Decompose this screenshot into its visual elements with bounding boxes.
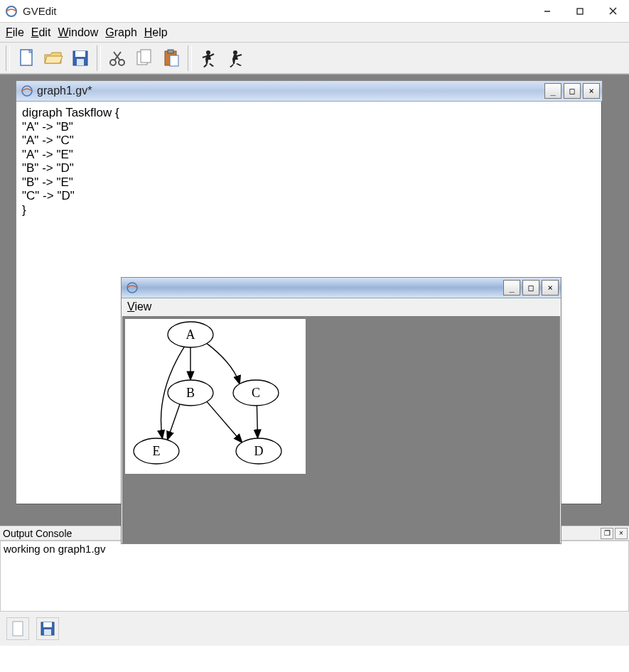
menu-graph[interactable]: Graph (105, 26, 136, 39)
svg-point-24 (127, 283, 137, 293)
open-file-button[interactable] (41, 45, 66, 71)
run-button[interactable] (195, 45, 221, 71)
console-line: working on graph1.gv (4, 543, 625, 555)
editor-title: graph1.gv* (37, 85, 544, 97)
app-icon (4, 4, 18, 18)
svg-rect-35 (13, 622, 23, 636)
mdi-workspace: graph1.gv* _ □ × digraph Taskflow { "A" … (0, 74, 629, 526)
console-output: working on graph1.gv (0, 541, 629, 612)
bottom-toolbar (0, 612, 629, 646)
preview-maximize-button[interactable]: □ (522, 280, 539, 296)
preview-menu-view[interactable]: View (127, 300, 151, 313)
preview-titlebar[interactable]: _ □ × (122, 278, 561, 298)
svg-rect-38 (44, 629, 51, 635)
svg-rect-17 (170, 55, 178, 66)
svg-text:C: C (252, 386, 260, 400)
editor-titlebar[interactable]: graph1.gv* _ □ × (16, 81, 602, 102)
preview-window: _ □ × View ABCED (121, 277, 561, 544)
new-file-button[interactable] (14, 45, 39, 71)
menu-help[interactable]: Help (144, 26, 168, 39)
minimize-button[interactable] (531, 0, 564, 23)
svg-line-19 (210, 54, 214, 56)
svg-point-18 (206, 50, 210, 55)
editor-close-button[interactable]: × (583, 83, 600, 99)
preview-close-button[interactable]: × (542, 280, 559, 296)
svg-text:E: E (153, 444, 161, 458)
editor-textarea[interactable]: digraph Taskflow { "A" -> "B" "A" -> "C"… (16, 102, 602, 221)
svg-text:B: B (186, 386, 195, 400)
preview-minimize-button[interactable]: _ (503, 280, 520, 296)
svg-rect-7 (75, 51, 85, 57)
copy-button[interactable] (131, 45, 157, 71)
svg-text:A: A (186, 327, 195, 342)
maximize-button[interactable] (564, 0, 596, 23)
console-close-button[interactable]: × (615, 528, 628, 539)
svg-rect-14 (141, 50, 151, 63)
run-layout-button[interactable] (222, 45, 248, 71)
svg-text:D: D (254, 444, 264, 458)
menu-window[interactable]: Window (58, 26, 98, 39)
svg-rect-8 (77, 59, 84, 65)
menubar: FFileile Edit Window Graph Help (0, 23, 629, 43)
menu-edit[interactable]: Edit (31, 26, 51, 39)
console-undock-button[interactable]: ❐ (601, 528, 613, 539)
svg-point-21 (233, 50, 237, 55)
main-toolbar (0, 43, 629, 74)
preview-menubar: View (122, 298, 561, 315)
graph-render: ABCED (125, 319, 306, 474)
window-titlebar: GVEdit (0, 0, 629, 23)
close-button[interactable] (596, 0, 629, 23)
console-new-button[interactable] (6, 617, 29, 640)
svg-rect-2 (577, 9, 583, 14)
save-file-button[interactable] (68, 45, 93, 71)
graphviz-icon (124, 280, 140, 296)
svg-point-0 (6, 6, 16, 16)
editor-minimize-button[interactable]: _ (544, 83, 561, 99)
svg-line-22 (237, 55, 242, 56)
console-save-button[interactable] (36, 617, 59, 640)
cut-button[interactable] (104, 45, 130, 71)
svg-rect-37 (43, 622, 52, 627)
svg-point-23 (22, 86, 32, 96)
paste-button[interactable] (158, 45, 184, 71)
graphviz-icon (19, 83, 35, 99)
app-title: GVEdit (23, 5, 531, 17)
preview-canvas-area: ABCED (122, 316, 560, 543)
menu-file[interactable]: FFileile (6, 26, 24, 39)
editor-maximize-button[interactable]: □ (564, 83, 581, 99)
svg-rect-16 (168, 50, 173, 53)
